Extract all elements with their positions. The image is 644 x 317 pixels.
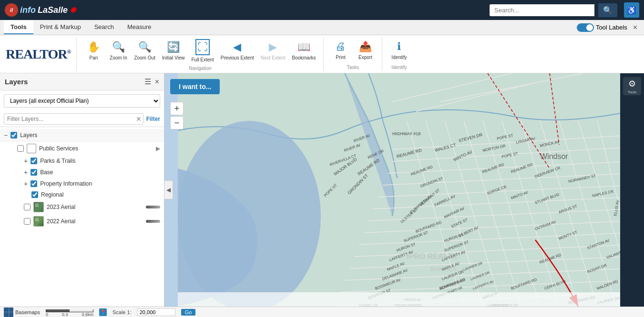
tools-side-button[interactable]: ⚙ Tools [623,77,641,95]
public-services-icon [27,144,36,153]
previous-extent-label: Previous Extent [221,55,254,61]
basemaps-label: Basemaps [15,309,40,315]
tab-print-markup[interactable]: Print & Markup [33,20,88,34]
app-logo: il info LaSalle ❋ [5,3,76,17]
scale-bar: 0 0.3 0.6km [46,307,93,317]
main-area: Layers ☰ × Layers (all except Official P… [0,73,644,307]
filter-clear-icon[interactable]: ✕ [136,115,142,123]
full-extent-icon: ⛶ [195,39,210,55]
public-services-expand-icon[interactable]: ▶ [156,145,160,152]
search-button[interactable]: 🔍 [598,3,617,17]
export-button[interactable]: 📤 Export [353,39,377,62]
identify-group-label: Identify [387,64,411,71]
filter-input[interactable] [4,113,143,125]
parks-checkbox[interactable] [31,158,37,164]
full-extent-button[interactable]: ⛶ Full Extent [188,37,216,65]
tab-search[interactable]: Search [88,20,121,34]
property-info-expand-icon[interactable]: + [24,180,28,188]
tab-measure[interactable]: Measure [121,20,158,34]
zoom-controls: + − [170,102,184,129]
pan-icon: ✋ [87,41,100,53]
bookmarks-button[interactable]: 📖 Bookmarks [289,39,318,63]
base-expand-icon[interactable]: + [24,168,28,176]
i-want-to-button[interactable]: I want to... [170,79,220,94]
map-zoom-in-button[interactable]: + [170,102,184,115]
2023-aerial-opacity-bar[interactable] [146,206,160,208]
go-button[interactable]: Go [181,309,196,316]
list-item: Public Services ▶ [0,142,164,155]
filter-button[interactable]: Filter [146,116,160,122]
previous-extent-button[interactable]: ◀ Previous Extent [218,39,257,63]
basemaps-button[interactable]: Basemaps [4,307,40,317]
tools-side-icon: ⚙ [628,79,636,89]
bookmarks-icon: 📖 [297,41,310,53]
logo-info-text: info [20,5,36,15]
list-item: 2022 Aerial [0,214,164,228]
map-svg: Windsor LISGAR AV MONCK AV NORMANDY ST N… [164,73,644,307]
panel-menu-icon[interactable]: ☰ [144,77,151,86]
property-info-checkbox[interactable] [31,180,37,187]
zoom-out-button[interactable]: 🔍− Zoom Out [131,39,158,63]
layer-dropdown[interactable]: Layers (all except Official Plan)Officia… [4,94,160,108]
base-checkbox[interactable] [31,169,37,176]
list-item: + Property Information [0,178,164,189]
public-services-checkbox[interactable] [17,145,24,152]
base-name: Base [40,169,160,176]
scale-labels: 0 0.3 0.6km [46,312,93,317]
list-item: Regional [0,189,164,200]
left-panel: Layers ☰ × Layers (all except Official P… [0,73,164,307]
2023-aerial-checkbox[interactable] [24,204,31,210]
logo-icon: il [5,3,18,17]
map-area[interactable]: Windsor LISGAR AV MONCK AV NORMANDY ST N… [164,73,644,307]
initial-view-button[interactable]: 🔄 Initial View [159,39,188,63]
initial-view-label: Initial View [162,55,185,61]
tool-labels-area: Tool Labels × [577,23,640,32]
layers-group-checkbox[interactable] [10,132,17,139]
close-toolbar-button[interactable]: × [630,23,640,32]
search-bar: 🔍 ♿ [490,2,639,18]
parks-expand-icon[interactable]: + [24,157,28,165]
regional-checkbox[interactable] [31,191,38,198]
scale-input[interactable] [137,308,175,316]
tool-labels-switch[interactable] [577,23,594,32]
map-zoom-out-button[interactable]: − [170,116,184,129]
identify-button[interactable]: ℹ Identify [387,39,411,62]
layers-group-name: Layers [20,132,160,139]
tool-labels-toggle[interactable]: Tool Labels [577,23,627,32]
list-item: + Base [0,167,164,178]
layers-collapse-icon[interactable]: − [4,131,8,139]
panel-header: Layers ☰ × [0,73,164,90]
initial-view-icon: 🔄 [167,41,180,53]
svg-text:iPRO REALT...: iPRO REALT... [407,252,458,260]
basemaps-icon [4,307,13,317]
2022-aerial-checkbox[interactable] [24,218,31,225]
print-icon: 🖨 [335,40,346,53]
next-extent-button[interactable]: ▶ Next Extent [258,39,288,63]
zoom-out-label: Zoom Out [134,55,155,61]
2022-aerial-opacity-bar[interactable] [146,220,160,223]
identify-icon: ℹ [397,40,401,53]
full-extent-label: Full Extent [191,57,214,63]
zoom-in-button[interactable]: 🔍+ Zoom In [106,39,130,63]
search-input[interactable] [490,4,594,16]
pan-button[interactable]: ✋ Pan [82,39,105,63]
collapse-panel-button[interactable]: ◀ [164,180,173,199]
panel-close-icon[interactable]: × [155,78,159,86]
next-extent-label: Next Extent [261,55,286,61]
realtor-logo: REALTOR® [0,37,77,71]
list-item: 2023 Aerial [0,200,164,214]
2023-aerial-name: 2023 Aerial [47,204,143,210]
ribbon-group-navigation: ✋ Pan 🔍+ Zoom In 🔍− Zoom Out 🔄 Initial V… [77,37,324,71]
tab-tools[interactable]: Tools [4,20,33,34]
layers-tree: − Layers Public Services ▶ + Parks & Tra… [0,127,164,307]
toolbar-tabs: Tools Print & Markup Search Measure Tool… [0,20,644,35]
public-services-name: Public Services [39,145,153,152]
accessibility-button[interactable]: ♿ [624,2,639,18]
scale-mark-0: 0 [46,312,48,317]
2022-aerial-thumbnail [33,216,44,227]
zoom-out-icon: 🔍− [138,41,151,53]
tools-side-label: Tools [628,90,637,94]
print-button[interactable]: 🖨 Print [328,39,352,62]
pan-label: Pan [89,55,98,61]
panel-header-icons: ☰ × [144,77,159,86]
